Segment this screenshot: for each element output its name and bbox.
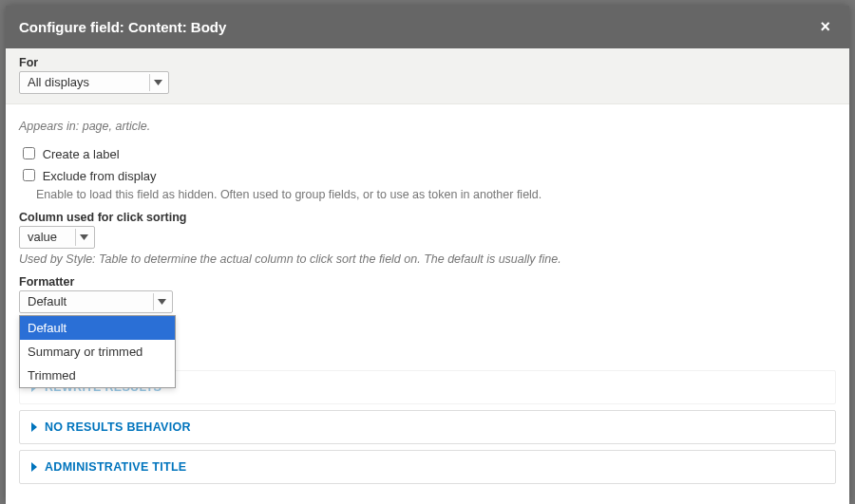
formatter-select[interactable]: Default	[19, 290, 173, 313]
exclude-control[interactable]: Exclude from display	[19, 169, 157, 183]
for-section: For All displays	[6, 48, 849, 104]
close-icon[interactable]: ×	[814, 15, 836, 39]
formatter-option[interactable]: Default	[20, 316, 175, 340]
click-sort-value: value	[28, 230, 57, 244]
modal-body: Appears in: page, article. Create a labe…	[6, 104, 849, 504]
formatter-option[interactable]: Summary or trimmed	[20, 340, 175, 364]
modal-header: Configure field: Content: Body ×	[6, 6, 849, 48]
for-select-value: All displays	[28, 75, 89, 89]
exclude-description: Enable to load this field as hidden. Oft…	[36, 188, 836, 201]
chevron-down-icon	[75, 229, 92, 246]
click-sort-hint: Used by Style: Table to determine the ac…	[19, 252, 836, 266]
create-label-row: Create a label	[19, 144, 836, 162]
triangle-right-icon	[31, 462, 37, 472]
chevron-down-icon	[153, 293, 170, 310]
for-label: For	[19, 56, 836, 69]
for-select[interactable]: All displays	[19, 71, 169, 94]
configure-field-modal: Configure field: Content: Body × For All…	[6, 6, 849, 504]
exclude-text: Exclude from display	[43, 169, 157, 183]
formatter-label: Formatter	[19, 275, 836, 289]
formatter-dropdown[interactable]: Default Summary or trimmed Trimmed	[19, 315, 176, 388]
accordion-title: NO RESULTS BEHAVIOR	[45, 420, 191, 434]
create-label-text: Create a label	[43, 147, 120, 161]
formatter-option[interactable]: Trimmed	[20, 364, 175, 387]
formatter-value: Default	[28, 294, 66, 308]
chevron-down-icon	[149, 74, 166, 91]
triangle-right-icon	[31, 422, 37, 432]
exclude-checkbox[interactable]	[23, 169, 35, 181]
exclude-row: Exclude from display	[19, 166, 836, 184]
click-sort-label: Column used for click sorting	[19, 211, 836, 224]
modal-title: Configure field: Content: Body	[19, 19, 226, 35]
create-label-checkbox[interactable]	[23, 147, 35, 159]
accordion-title: ADMINISTRATIVE TITLE	[45, 460, 187, 474]
accordion-no-results-behavior[interactable]: NO RESULTS BEHAVIOR	[19, 410, 836, 444]
click-sort-select[interactable]: value	[19, 226, 95, 249]
appears-in-text: Appears in: page, article.	[19, 120, 836, 133]
accordion-administrative-title[interactable]: ADMINISTRATIVE TITLE	[19, 450, 836, 484]
create-label-control[interactable]: Create a label	[19, 147, 120, 161]
